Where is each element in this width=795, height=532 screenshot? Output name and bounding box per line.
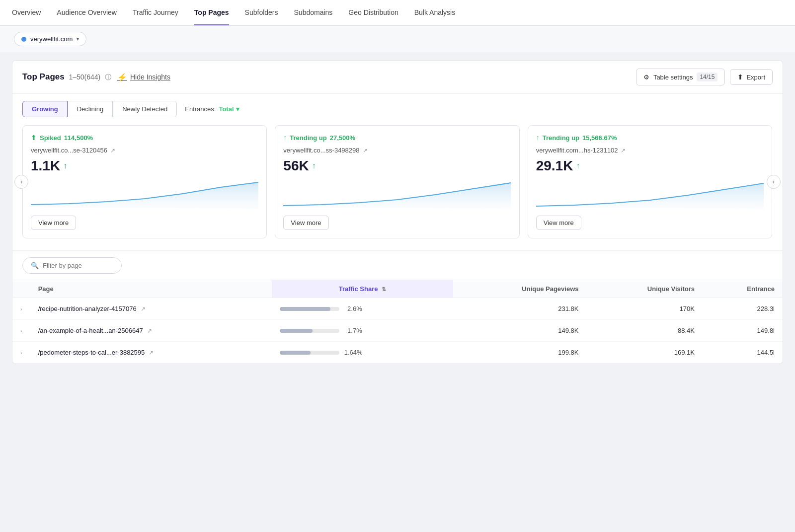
card-2-trend: ↑ Trending up 27,500%	[283, 134, 511, 142]
row-1-expander[interactable]: ›	[20, 306, 22, 312]
info-icon[interactable]: ⓘ	[105, 74, 111, 81]
row-2-page-cell: /an-example-of-a-healt...an-2506647 ↗	[38, 327, 264, 334]
page-header-left: Top Pages 1–50(644) ⓘ ⚡ Hide Insights	[22, 72, 170, 82]
table-row: › /recipe-nutrition-analyzer-4157076 ↗	[12, 298, 783, 320]
cards-wrapper: ‹ ⬆ Spiked 114,500% verywellfit.co...se-…	[12, 117, 783, 246]
row-2-entrances: 149.8l	[703, 320, 783, 342]
col-page: Page	[30, 280, 272, 298]
carousel-nav-right[interactable]: ›	[767, 175, 781, 189]
hide-insights-button[interactable]: ⚡ Hide Insights	[117, 73, 170, 82]
table-settings-label: Table settings	[653, 74, 693, 81]
table-settings-badge: 14/15	[697, 73, 717, 81]
row-3-expander[interactable]: ›	[20, 350, 22, 356]
table-wrapper: Page Traffic Share ⇅ Unique Pageviews Un…	[12, 280, 783, 364]
row-1-unique-visitors: 170K	[586, 298, 703, 320]
card-2-url-text: verywellfit.co...ss-3498298	[283, 147, 359, 154]
carousel-nav-left[interactable]: ‹	[14, 175, 28, 189]
card-2-external-link-icon[interactable]: ↗	[363, 147, 368, 154]
card-2-chart	[283, 180, 511, 210]
row-2-traffic-bar-bg	[280, 329, 339, 333]
nav-geo-distribution[interactable]: Geo Distribution	[348, 0, 398, 25]
card-1-trend-pct: 114,500%	[64, 134, 93, 142]
insight-card-2: ↑ Trending up 27,500% verywellfit.co...s…	[275, 125, 519, 238]
row-1-traffic-pct: 2.6%	[344, 305, 362, 312]
card-3-chart	[536, 180, 764, 210]
chevron-down-icon: ▾	[77, 36, 79, 42]
row-2-external-icon[interactable]: ↗	[147, 327, 152, 334]
table-row: › /pedometer-steps-to-cal...er-3882595 ↗	[12, 342, 783, 364]
cards-area: ‹ ⬆ Spiked 114,500% verywellfit.co...se-…	[12, 117, 783, 246]
domain-selector[interactable]: verywellfit.com ▾	[14, 32, 86, 46]
page-header: Top Pages 1–50(644) ⓘ ⚡ Hide Insights ⚙ …	[12, 61, 783, 94]
col-traffic-share[interactable]: Traffic Share ⇅	[272, 280, 453, 298]
entrances-value-text: Total	[219, 105, 234, 113]
row-1-traffic-bar-bg	[280, 307, 339, 311]
filter-by-page-input[interactable]	[43, 262, 113, 269]
card-3-url: verywellfit.com...hs-1231102 ↗	[536, 147, 764, 154]
card-3-trend: ↑ Trending up 15,566.67%	[536, 134, 764, 142]
card-2-trend-pct: 27,500%	[330, 134, 355, 142]
row-1-external-icon[interactable]: ↗	[141, 305, 146, 312]
card-1-trend: ⬆ Spiked 114,500%	[31, 134, 258, 142]
trending-up-icon-3: ↑	[536, 134, 540, 142]
card-1-url: verywellfit.co...se-3120456 ↗	[31, 147, 258, 154]
page-count: 1–50(644)	[69, 73, 100, 81]
chevron-left-icon: ‹	[20, 178, 22, 185]
col-entrances: Entrance	[703, 280, 783, 298]
entrances-label: Entrances:	[185, 105, 216, 113]
sort-icon: ⇅	[382, 286, 386, 292]
data-table: Page Traffic Share ⇅ Unique Pageviews Un…	[12, 280, 783, 364]
main-content: Top Pages 1–50(644) ⓘ ⚡ Hide Insights ⚙ …	[12, 60, 783, 364]
card-3-trend-pct: 15,566.67%	[582, 134, 617, 142]
card-2-value: 56K ↑	[283, 158, 511, 174]
nav-top-pages[interactable]: Top Pages	[194, 0, 229, 25]
nav-subdomains[interactable]: Subdomains	[294, 0, 333, 25]
tab-growing[interactable]: Growing	[22, 101, 68, 117]
card-1-external-link-icon[interactable]: ↗	[110, 147, 115, 154]
row-3-page-link: /pedometer-steps-to-cal...er-3882595	[38, 349, 145, 356]
export-label: Export	[746, 74, 765, 81]
nav-traffic-journey[interactable]: Traffic Journey	[133, 0, 178, 25]
col-unique-visitors: Unique Visitors	[586, 280, 703, 298]
entrances-value-selector[interactable]: Total ▾	[219, 105, 239, 113]
tab-declining[interactable]: Declining	[68, 101, 113, 117]
table-header: Page Traffic Share ⇅ Unique Pageviews Un…	[12, 280, 783, 298]
nav-overview[interactable]: Overview	[12, 0, 41, 25]
card-2-trend-label: Trending up	[290, 134, 326, 142]
row-2-expander[interactable]: ›	[20, 328, 22, 334]
card-1-view-more[interactable]: View more	[31, 216, 76, 230]
col-unique-pageviews: Unique Pageviews	[453, 280, 586, 298]
row-1-unique-pageviews: 231.8K	[453, 298, 586, 320]
lightning-icon: ⚡	[117, 73, 127, 82]
tab-newly-detected[interactable]: Newly Detected	[113, 101, 177, 117]
row-1-page-cell: /recipe-nutrition-analyzer-4157076 ↗	[38, 305, 264, 312]
card-2-view-more[interactable]: View more	[283, 216, 328, 230]
row-2-traffic-bar-cell: 1.7%	[280, 327, 445, 334]
hide-insights-label: Hide Insights	[130, 73, 170, 81]
nav-subfolders[interactable]: Subfolders	[245, 0, 278, 25]
svg-marker-0	[31, 182, 258, 209]
row-3-traffic-bar-fill	[280, 351, 311, 355]
col-expander	[12, 280, 30, 298]
row-1-traffic-bar-fill	[280, 307, 330, 311]
nav-bulk-analysis[interactable]: Bulk Analysis	[414, 0, 455, 25]
trending-up-icon-2: ↑	[283, 134, 287, 142]
spiked-icon: ⬆	[31, 134, 37, 142]
row-3-traffic-bar-cell: 1.64%	[280, 349, 445, 356]
card-3-value-text: 29.1K	[536, 158, 573, 174]
card-3-external-link-icon[interactable]: ↗	[621, 147, 626, 154]
row-3-external-icon[interactable]: ↗	[149, 349, 154, 356]
card-3-view-more[interactable]: View more	[536, 216, 581, 230]
search-icon: 🔍	[31, 262, 39, 269]
card-3-value: 29.1K ↑	[536, 158, 764, 174]
filter-input-wrapper[interactable]: 🔍	[22, 257, 122, 274]
nav-audience-overview[interactable]: Audience Overview	[57, 0, 117, 25]
export-button[interactable]: ⬆ Export	[730, 69, 773, 85]
insight-tabs: Growing Declining Newly Detected Entranc…	[12, 94, 783, 117]
entrances-filter: Entrances: Total ▾	[185, 105, 239, 113]
row-1-page-link: /recipe-nutrition-analyzer-4157076	[38, 305, 137, 312]
card-1-trend-label: Spiked	[40, 134, 61, 142]
row-3-unique-visitors: 169.1K	[586, 342, 703, 364]
table-settings-button[interactable]: ⚙ Table settings 14/15	[636, 69, 725, 85]
card-3-arrow-icon: ↑	[576, 161, 580, 170]
